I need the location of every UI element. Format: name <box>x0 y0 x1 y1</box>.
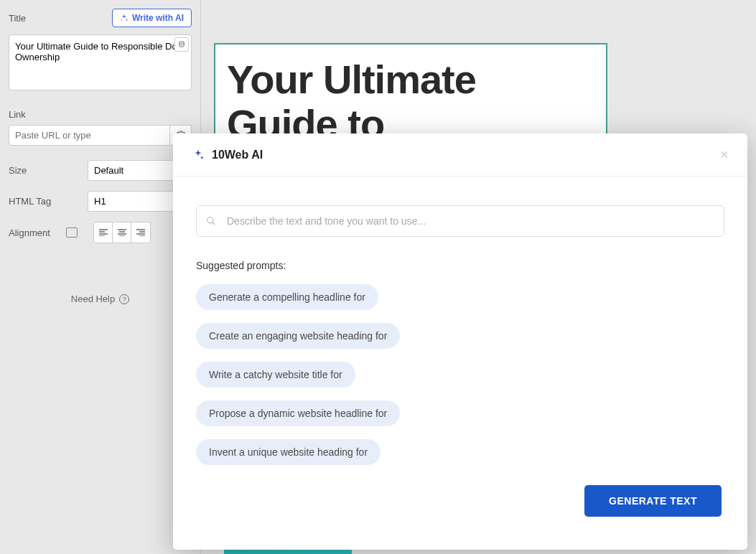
prompt-input[interactable] <box>196 205 724 237</box>
database-icon <box>178 41 185 48</box>
search-icon <box>206 216 216 226</box>
title-textarea-wrap <box>9 34 192 93</box>
editor-sidebar: Title Write with AI Link Size Default HT… <box>0 0 201 554</box>
prompt-input-wrap <box>196 205 724 237</box>
close-icon: × <box>720 146 729 162</box>
size-field: Size Default <box>9 160 192 181</box>
alignment-field: Alignment <box>9 222 192 243</box>
prompt-chip[interactable]: Write a catchy website title for <box>196 362 355 388</box>
svg-point-0 <box>179 42 185 44</box>
align-left-icon <box>99 229 108 236</box>
close-button[interactable]: × <box>720 146 729 163</box>
align-left-button[interactable] <box>94 222 113 243</box>
html-tag-field: HTML Tag H1 <box>9 191 192 212</box>
need-help-label: Need Help <box>71 294 115 304</box>
align-center-icon <box>118 229 126 236</box>
suggested-prompts-list: Generate a compelling headline for Creat… <box>196 284 724 465</box>
title-label: Title <box>9 13 26 24</box>
prompt-chip[interactable]: Create an engaging website heading for <box>196 323 400 349</box>
svg-line-15 <box>213 222 215 225</box>
title-textarea[interactable] <box>9 34 192 90</box>
alignment-buttons <box>93 222 151 243</box>
prompt-chip[interactable]: Generate a compelling headline for <box>196 284 378 310</box>
link-label: Link <box>9 109 26 120</box>
sparkle-icon <box>192 149 205 161</box>
help-icon: ? <box>119 294 129 304</box>
modal-header: 10Web AI × <box>173 133 747 177</box>
write-with-ai-button[interactable]: Write with AI <box>112 9 192 27</box>
generate-text-button[interactable]: GENERATE TEXT <box>584 485 722 517</box>
link-input[interactable] <box>9 125 170 146</box>
title-field-row: Title Write with AI <box>9 9 192 27</box>
alignment-label: Alignment <box>9 227 66 238</box>
html-tag-label: HTML Tag <box>9 196 88 207</box>
size-label: Size <box>9 165 88 176</box>
prompt-chip[interactable]: Invent a unique website heading for <box>196 439 381 465</box>
align-right-icon <box>136 229 145 236</box>
write-with-ai-label: Write with AI <box>132 13 184 23</box>
prompt-chip[interactable]: Propose a dynamic website headline for <box>196 400 400 426</box>
link-field: Link <box>9 108 192 146</box>
ai-modal: 10Web AI × Suggested prompts: Generate a… <box>173 133 747 550</box>
headline-text: Your Ultimate Guide to <box>227 57 594 146</box>
desktop-icon[interactable] <box>66 227 78 238</box>
svg-point-14 <box>207 217 213 223</box>
dynamic-tags-button[interactable] <box>174 37 189 52</box>
align-center-button[interactable] <box>113 222 131 243</box>
sparkle-icon <box>120 14 129 22</box>
modal-title: 10Web AI <box>212 149 263 161</box>
suggested-prompts-label: Suggested prompts: <box>196 260 724 271</box>
need-help-link[interactable]: Need Help ? <box>9 294 192 304</box>
align-right-button[interactable] <box>131 222 150 243</box>
